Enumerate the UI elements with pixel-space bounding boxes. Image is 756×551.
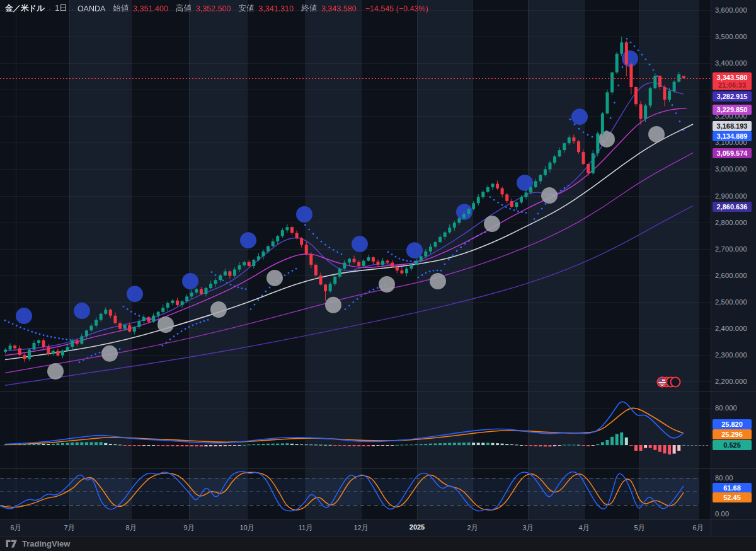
price-axis-label: 3,600.000 <box>715 6 747 14</box>
time-axis-tick[interactable]: 11月 <box>299 523 312 533</box>
time-axis-tick[interactable]: 6月 <box>10 523 21 533</box>
time-axis-tick[interactable]: 2月 <box>467 523 478 533</box>
price-badge: 3,282.915 <box>713 91 752 102</box>
tradingview-chart-window: 金／米ドル · 1日 · OANDA 始値 3,351.400 高値 3,352… <box>0 0 756 551</box>
indicator-axis-label: 80.000 <box>715 404 737 412</box>
price-axis-label: 2,300.000 <box>715 351 747 359</box>
pane-separator-2[interactable] <box>0 468 756 469</box>
legend-separator: · <box>71 4 74 13</box>
high-value: 3,352.500 <box>196 4 231 13</box>
time-axis-tick[interactable]: 9月 <box>183 523 194 533</box>
price-axis-label: 2,200.000 <box>715 378 747 385</box>
price-axis-label: 3,000.000 <box>715 165 747 173</box>
price-badge: 3,168.193 <box>713 121 752 131</box>
price-badge: 0.525 <box>713 440 752 450</box>
price-axis-label: 2,400.000 <box>715 325 747 332</box>
time-axis-tick[interactable]: 7月 <box>64 523 74 533</box>
countdown-timer: 21:06:33 <box>716 81 748 89</box>
time-axis-tick[interactable]: 3月 <box>522 523 533 533</box>
time-axis[interactable]: 6月7月8月9月10月11月12月20252月3月4月5月6月 <box>0 519 756 536</box>
indicator-axis-label: 0.00 <box>715 510 729 518</box>
open-label: 始値 <box>113 3 129 14</box>
indicator-axis-label: 80.00 <box>715 474 733 482</box>
low-label: 安値 <box>239 3 255 14</box>
high-label: 高値 <box>176 3 192 14</box>
price-axis-label: 3,500.000 <box>715 33 747 40</box>
price-badge: 3,229.850 <box>713 105 752 115</box>
exchange-label[interactable]: OANDA <box>77 4 105 13</box>
price-badge: 61.68 <box>713 483 752 493</box>
time-axis-tick[interactable]: 5月 <box>634 523 644 533</box>
footer-separator <box>0 536 756 536</box>
price-axis-label: 2,600.000 <box>715 272 747 279</box>
price-axis-label: 2,700.000 <box>715 245 747 253</box>
time-axis-tick[interactable]: 12月 <box>353 523 368 533</box>
price-axis[interactable]: 3,600.0003,500.0003,400.0003,200.0003,10… <box>711 0 756 519</box>
tradingview-logo-text[interactable]: TradingView <box>22 539 70 548</box>
price-axis-label: 3,400.000 <box>715 59 747 67</box>
time-axis-tick[interactable]: 6月 <box>692 523 703 533</box>
axis-vertical-separator <box>711 0 711 536</box>
time-axis-tick[interactable]: 10月 <box>239 523 254 533</box>
price-badge: 25.296 <box>713 429 752 439</box>
close-label: 終値 <box>301 3 317 14</box>
price-badge: 3,134.889 <box>713 131 752 141</box>
price-badge: 3,059.574 <box>713 148 752 158</box>
time-axis-tick[interactable]: 8月 <box>125 523 136 533</box>
economic-events-flag-icon[interactable] <box>656 376 682 388</box>
tradingview-logo-icon[interactable] <box>6 540 18 548</box>
price-badge: 52.45 <box>713 492 752 502</box>
symbol-legend[interactable]: 金／米ドル · 1日 · OANDA 始値 3,351.400 高値 3,352… <box>5 3 428 14</box>
price-axis-label: 2,900.000 <box>715 192 747 200</box>
symbol-name[interactable]: 金／米ドル <box>5 3 45 14</box>
price-badge: 25.820 <box>713 419 752 429</box>
footer-bar: TradingView <box>0 536 756 551</box>
price-badge: 3,343.58021:06:33 <box>713 72 752 90</box>
low-value: 3,341.310 <box>259 4 294 13</box>
interval-label[interactable]: 1日 <box>55 3 67 14</box>
main-chart-canvas[interactable] <box>0 0 711 519</box>
time-axis-tick[interactable]: 4月 <box>578 523 589 533</box>
price-badge: 2,860.636 <box>713 202 752 212</box>
open-value: 3,351.400 <box>133 4 168 13</box>
pane-separator-1[interactable] <box>0 392 756 392</box>
price-axis-label: 2,800.000 <box>715 219 747 226</box>
change-value: −14.545 (−0.43%) <box>365 4 428 13</box>
legend-separator: · <box>49 4 51 13</box>
time-axis-separator <box>0 519 756 520</box>
price-axis-label: 2,500.000 <box>715 298 747 306</box>
close-value: 3,343.580 <box>321 4 357 13</box>
time-axis-tick[interactable]: 2025 <box>410 523 425 531</box>
